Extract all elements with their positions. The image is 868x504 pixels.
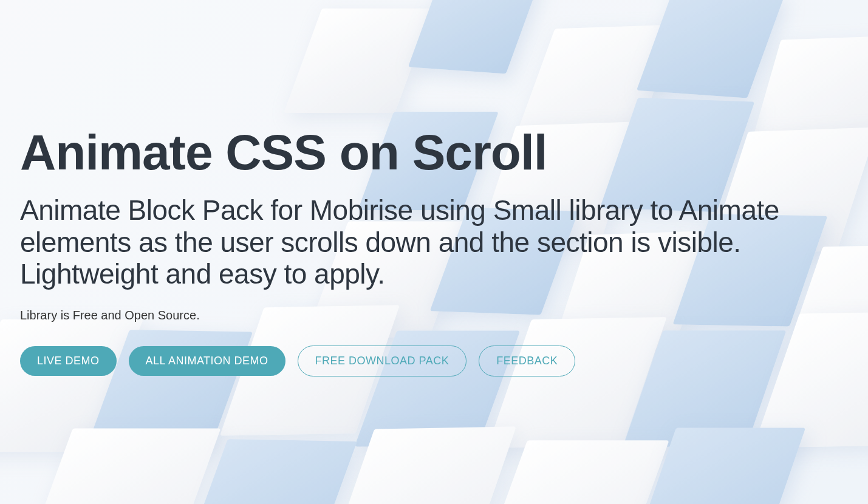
free-download-pack-button[interactable]: FREE DOWNLOAD PACK xyxy=(298,346,467,376)
page-subtitle: Animate Block Pack for Mobirise using Sm… xyxy=(20,194,848,291)
hero-section: Animate CSS on Scroll Animate Block Pack… xyxy=(0,0,868,504)
page-description: Library is Free and Open Source. xyxy=(20,308,848,322)
feedback-button[interactable]: FEEDBACK xyxy=(479,346,575,376)
live-demo-button[interactable]: LIVE DEMO xyxy=(20,346,117,376)
page-title: Animate CSS on Scroll xyxy=(20,128,848,177)
button-row: LIVE DEMO ALL ANIMATION DEMO FREE DOWNLO… xyxy=(20,346,848,376)
all-animation-demo-button[interactable]: ALL ANIMATION DEMO xyxy=(129,346,285,376)
hero-content: Animate CSS on Scroll Animate Block Pack… xyxy=(20,128,848,377)
